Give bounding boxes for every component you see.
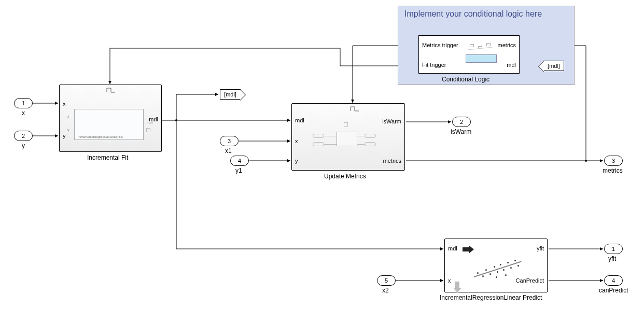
incfit-in-y: y <box>63 133 66 139</box>
svg-point-1 <box>585 160 587 162</box>
cond-in-metrics-trigger: Metrics trigger <box>422 42 458 48</box>
inport-5-name: x2 <box>382 287 389 294</box>
conditional-logic-block[interactable]: Metrics trigger Fit trigger metrics mdl <box>418 35 520 74</box>
incremental-fit-label: Incremental Fit <box>87 154 128 161</box>
inport-5-num: 5 <box>385 277 388 284</box>
annotation-text: Implement your conditional logic here <box>404 9 542 19</box>
inport-2-name: y <box>22 142 25 149</box>
inport-3[interactable]: 3 <box>220 136 239 146</box>
pred-in-x: x <box>448 277 451 284</box>
arrow-down-icon <box>453 282 461 293</box>
outport-3-name: metrics <box>603 167 623 174</box>
incremental-fit-block[interactable]: x y mdl x y IncrementalRegressionLinear … <box>59 85 162 152</box>
inport-3-num: 3 <box>228 138 231 144</box>
um-out-metrics: metrics <box>383 158 401 164</box>
diagram-canvas: Implement your conditional logic here Me… <box>0 0 644 322</box>
goto-mdl-tag[interactable]: [mdl] <box>220 89 241 100</box>
svg-point-0 <box>175 119 177 121</box>
outport-4-num: 4 <box>612 277 615 284</box>
update-metrics-block[interactable]: mdl x y isWarm metrics <box>291 103 405 171</box>
conditional-logic-label: Conditional Logic <box>442 76 489 83</box>
outport-1-name: yfit <box>608 255 616 262</box>
outport-2-num: 2 <box>460 119 463 125</box>
predict-label: IncrementalRegressionLinear Predict <box>440 294 542 301</box>
from-mdl-tag-text: [mdl] <box>548 63 560 69</box>
update-metrics-label: Update Metrics <box>324 173 366 180</box>
inport-1-num: 1 <box>22 100 25 106</box>
incfit-inner-label: IncrementalRegressionLinear Fit <box>78 135 123 138</box>
inport-5[interactable]: 5 <box>377 275 396 286</box>
inport-4-num: 4 <box>238 158 241 164</box>
um-out-iswarm: isWarm <box>382 118 401 124</box>
inport-2-num: 2 <box>22 133 25 139</box>
predict-block[interactable]: mdl x yfit CanPredict <box>444 239 548 292</box>
scatter-plot-icon <box>473 254 525 281</box>
um-in-y: y <box>295 158 298 164</box>
trigger-port-icon <box>106 87 116 95</box>
outport-1-num: 1 <box>612 246 615 252</box>
inport-3-name: x1 <box>225 147 232 155</box>
inport-1-name: x <box>22 109 25 117</box>
outport-3-num: 3 <box>612 158 615 164</box>
cond-out-mdl: mdl <box>507 62 516 68</box>
trigger-port-icon <box>350 105 359 114</box>
cond-in-fit-trigger: Fit trigger <box>422 62 446 68</box>
outport-3[interactable]: 3 <box>604 156 623 166</box>
outport-2[interactable]: 2 <box>452 117 471 127</box>
inport-2[interactable]: 2 <box>14 131 33 141</box>
arrow-right-icon <box>463 245 474 254</box>
from-mdl-tag[interactable]: [mdl] <box>543 61 564 71</box>
incfit-in-x: x <box>63 101 66 107</box>
outport-4-name: canPredict <box>599 287 628 294</box>
inport-4[interactable]: 4 <box>230 156 249 166</box>
goto-mdl-tag-text: [mdl] <box>224 91 236 97</box>
um-in-mdl: mdl <box>295 117 304 123</box>
pred-out-yfit: yfit <box>537 245 544 251</box>
inport-4-name: y1 <box>235 167 242 174</box>
outport-1[interactable]: 1 <box>604 244 623 254</box>
outport-2-name: isWarm <box>451 128 471 135</box>
cond-out-metrics: metrics <box>498 42 516 48</box>
um-in-x: x <box>295 138 298 144</box>
inport-1[interactable]: 1 <box>14 98 33 108</box>
outport-4[interactable]: 4 <box>604 275 623 286</box>
pred-in-mdl: mdl <box>448 245 457 251</box>
